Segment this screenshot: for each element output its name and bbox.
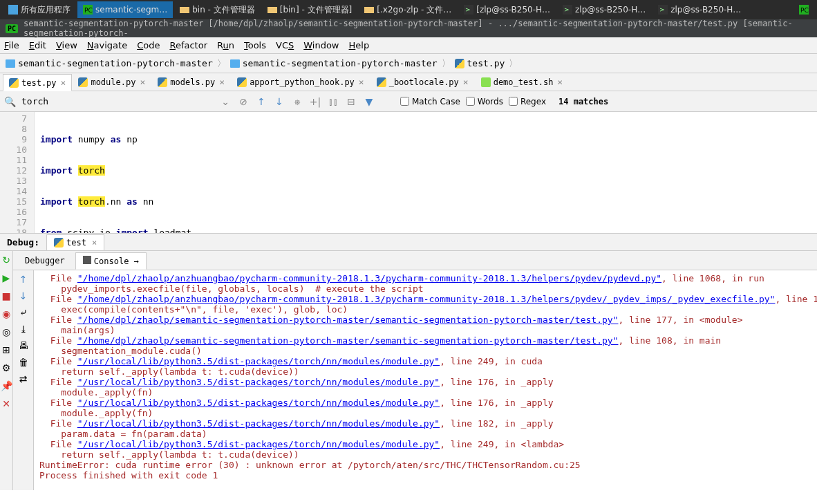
python-file-icon: [377, 77, 386, 87]
clear-icon[interactable]: 🗑: [17, 356, 30, 368]
match-case-checkbox[interactable]: Match Case: [400, 97, 460, 106]
menu-refactor[interactable]: Refactor: [169, 40, 207, 50]
taskbar-item[interactable]: PC semantic-segm…: [77, 1, 173, 18]
menu-edit[interactable]: Edit: [29, 40, 46, 50]
tab-bootlocale[interactable]: _bootlocale.py×: [370, 73, 475, 91]
tab-demo-test[interactable]: demo_test.sh×: [475, 73, 570, 91]
find-bar: 🔍 ⌄ ⊘ ↑ ↓ ⎈ +| ⫿⫿ ⊟ ▼ Match Case Words R…: [0, 91, 817, 112]
regex-checkbox[interactable]: Regex: [509, 97, 546, 106]
checkbox-label: Words: [478, 97, 503, 106]
tab-label: demo_test.sh: [494, 77, 554, 87]
mute-breakpoints-icon[interactable]: ◎: [0, 326, 12, 338]
select-occurrences-icon[interactable]: ⫿⫿: [327, 95, 339, 108]
resume-icon[interactable]: ▶: [0, 272, 12, 284]
arrow-up-icon[interactable]: ↑: [255, 95, 267, 108]
tab-apport[interactable]: apport_python_hook.py×: [231, 73, 370, 91]
exclude-icon[interactable]: ⊟: [345, 95, 357, 108]
arrow-up-icon[interactable]: ↑: [17, 273, 30, 286]
menu-run[interactable]: Run: [217, 40, 234, 50]
compare-icon[interactable]: ⇄: [17, 373, 30, 385]
stop-icon[interactable]: ■: [0, 290, 12, 302]
tab-models[interactable]: models.py×: [151, 73, 231, 91]
debug-config-name: test: [66, 238, 86, 248]
menu-help[interactable]: Help: [349, 40, 370, 50]
breadcrumb-item[interactable]: test.py: [455, 58, 505, 68]
menubar: File Edit View Navigate Code Refactor Ru…: [0, 37, 817, 54]
taskbar-item[interactable]: > [zlp@ss-B250-H…: [458, 1, 556, 18]
svg-text:>: >: [659, 6, 665, 13]
breadcrumb-item[interactable]: semantic-segmentation-pytorch-master: [230, 58, 438, 68]
svg-text:PC: PC: [800, 7, 809, 14]
history-icon[interactable]: ⌄: [219, 95, 232, 108]
python-file-icon: [78, 77, 88, 87]
code-editor[interactable]: import numpy as np import torch import t…: [35, 112, 348, 233]
close-icon[interactable]: ×: [219, 77, 225, 87]
taskbar-item[interactable]: > zlp@ss-B250-H…: [557, 1, 651, 18]
checkbox-label: Match Case: [412, 97, 460, 106]
menu-window[interactable]: Window: [303, 40, 339, 50]
close-icon[interactable]: ✕: [0, 398, 12, 410]
arrow-icon: →: [134, 256, 139, 266]
arrow-down-icon[interactable]: ↓: [273, 95, 285, 108]
taskbar-item[interactable]: [.x2go-zlp - 文件…: [359, 1, 457, 18]
add-selection-icon[interactable]: +|: [309, 95, 321, 108]
tab-label: _bootlocale.py: [389, 77, 459, 87]
debug-controls: ↻ ▶ ■ ◉ ◎ ⊞ ⚙ 📌 ✕: [0, 251, 13, 490]
match-count: 14 matches: [558, 97, 608, 106]
close-icon[interactable]: ×: [359, 77, 364, 87]
view-breakpoints-icon[interactable]: ◉: [0, 308, 12, 320]
rerun-icon[interactable]: ↻: [0, 254, 12, 266]
menu-tools[interactable]: Tools: [244, 40, 266, 50]
editor-area: 789101112131415161718 import numpy as np…: [0, 112, 817, 233]
words-checkbox[interactable]: Words: [466, 97, 503, 106]
taskbar-apps[interactable]: 所有应用程序: [3, 1, 76, 18]
apps-icon: [8, 5, 18, 15]
taskbar-item[interactable]: bin - 文件管理器: [174, 1, 261, 18]
menu-navigate[interactable]: Navigate: [87, 40, 127, 50]
console-tab[interactable]: Console →: [75, 252, 147, 270]
terminal-icon: >: [563, 5, 572, 15]
clear-icon[interactable]: ⊘: [237, 95, 250, 108]
print-icon[interactable]: 🖶: [17, 339, 30, 352]
scroll-to-end-icon[interactable]: ⤓: [17, 323, 30, 335]
taskbar-label: [.x2go-zlp - 文件…: [377, 4, 451, 16]
shell-file-icon: [481, 77, 491, 87]
menu-view[interactable]: View: [56, 40, 77, 50]
settings-icon[interactable]: ⚙: [0, 362, 12, 374]
menu-code[interactable]: Code: [137, 40, 160, 50]
soft-wrap-icon[interactable]: ⤶: [17, 306, 30, 319]
menu-file[interactable]: File: [4, 40, 19, 50]
arrow-down-icon[interactable]: ↓: [17, 290, 30, 302]
close-icon[interactable]: ×: [92, 238, 97, 248]
close-icon[interactable]: ×: [61, 77, 66, 88]
filter-icon[interactable]: ▼: [363, 95, 375, 108]
svg-rect-0: [8, 5, 18, 15]
breadcrumb-label: semantic-segmentation-pytorch-master: [18, 58, 213, 68]
menu-vcs[interactable]: VCS: [276, 40, 294, 50]
console-output[interactable]: File "/home/dpl/zhaolp/anzhuangbao/pycha…: [34, 270, 817, 490]
pycharm-icon: PC: [83, 5, 93, 15]
taskbar-label: [bin] - 文件管理器]: [280, 4, 353, 16]
search-input[interactable]: [21, 96, 201, 106]
close-icon[interactable]: ×: [463, 77, 469, 87]
select-all-icon[interactable]: ⎈: [291, 95, 303, 108]
taskbar-label: zlp@ss-B250-H…: [575, 5, 646, 15]
taskbar-item[interactable]: > zlp@ss-B250-H…: [652, 1, 746, 18]
close-icon[interactable]: ×: [140, 77, 145, 87]
tab-test[interactable]: test.py×: [3, 74, 72, 91]
editor-tabs: test.py× module.py× models.py× apport_py…: [0, 73, 817, 91]
debug-config-tab[interactable]: test ×: [46, 234, 104, 251]
breadcrumb-item[interactable]: semantic-segmentation-pytorch-master: [6, 58, 213, 68]
filemanager-icon: [267, 5, 277, 15]
debugger-tab[interactable]: Debugger: [17, 252, 73, 269]
tab-module[interactable]: module.py×: [72, 73, 151, 91]
layout-icon[interactable]: ⊞: [0, 344, 12, 356]
taskbar-tray-pycharm[interactable]: PC: [793, 1, 814, 18]
window-title: semantic-segmentation-pytorch-master [/h…: [24, 19, 811, 38]
svg-text:>: >: [465, 6, 471, 13]
console-toolbar: ↑ ↓ ⤶ ⤓ 🖶 🗑 ⇄: [13, 270, 34, 490]
taskbar-item[interactable]: [bin] - 文件管理器]: [262, 1, 358, 18]
pin-icon[interactable]: 📌: [0, 380, 12, 392]
line-gutter: 789101112131415161718: [0, 112, 35, 233]
close-icon[interactable]: ×: [557, 77, 563, 87]
